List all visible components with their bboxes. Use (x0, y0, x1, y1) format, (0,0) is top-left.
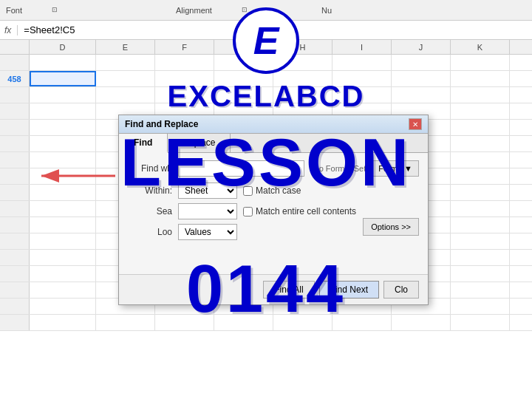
table-row: 458 (0, 71, 532, 87)
dialog-body: Find wh No Format Set Format▼ Within: Sh… (119, 153, 428, 252)
cell-g[interactable] (214, 55, 273, 70)
col-h-header: H (273, 40, 332, 54)
cell-e[interactable] (96, 55, 155, 70)
within-label: Within: (128, 185, 172, 196)
cell-d-selected[interactable] (30, 71, 96, 86)
fx-icon: fx (4, 25, 18, 35)
row-num-cell (0, 55, 30, 70)
row-num-cell (0, 87, 30, 103)
col-k-header: K (451, 40, 510, 54)
find-what-label: Find wh (128, 163, 172, 174)
cell-f[interactable] (155, 55, 214, 70)
ribbon-section: Font ⊡ Alignment ⊡ Nu (6, 6, 526, 15)
find-all-button[interactable]: Find All (263, 281, 314, 299)
col-d-header: D (30, 40, 96, 54)
find-what-row: Find wh No Format Set Format▼ (128, 160, 419, 177)
row-num-cell: 458 (0, 71, 30, 86)
cell-d[interactable] (30, 55, 96, 70)
font-expand-icon: ⊡ (52, 6, 58, 15)
find-what-input[interactable] (178, 160, 304, 177)
lookin-select[interactable]: Values (178, 224, 237, 240)
row-num-header (0, 40, 30, 54)
table-row (0, 55, 532, 71)
dialog-tabs: Find Replace (119, 134, 428, 153)
options-button[interactable]: Options >> (363, 218, 419, 236)
find-next-button[interactable]: Find Next (319, 281, 379, 299)
col-f-header: F (155, 40, 214, 54)
match-case-checkbox[interactable] (243, 186, 253, 196)
tab-replace[interactable]: Replace (168, 134, 231, 152)
alignment-label: Alignment (176, 6, 212, 15)
cell-h[interactable] (273, 55, 332, 70)
dialog-footer: Find All Find Next Clo (119, 274, 428, 304)
lookin-label: Loo (128, 227, 172, 237)
tab-find[interactable]: Find (119, 134, 168, 153)
table-row (0, 87, 532, 103)
table-row (0, 315, 532, 331)
ribbon-bar: Font ⊡ Alignment ⊡ Nu (0, 0, 532, 21)
search-label: Sea (128, 206, 172, 216)
cell-i[interactable] (332, 55, 392, 70)
cell-i[interactable] (332, 71, 392, 86)
find-replace-dialog: Find and Replace ✕ Find Replace Find wh … (118, 115, 429, 305)
search-row: Sea Match entire cell contents (128, 203, 419, 219)
close-dialog-button[interactable]: Clo (383, 281, 419, 299)
options-row: Options >> (119, 252, 428, 274)
cell-k[interactable] (451, 71, 510, 86)
search-select[interactable] (178, 203, 237, 219)
dialog-title-bar: Find and Replace ✕ (119, 115, 428, 134)
col-j-header: J (392, 40, 451, 54)
alignment-expand-icon: ⊡ (242, 6, 248, 15)
dialog-title: Find and Replace (125, 119, 198, 129)
formula-value: =Sheet2!C5 (24, 24, 75, 35)
col-g-header: G (214, 40, 273, 54)
match-cell-text: Match entire cell contents (256, 206, 356, 216)
font-label: Font (6, 6, 22, 15)
col-i-header: I (332, 40, 392, 54)
within-row: Within: Sheet Match case (128, 183, 419, 199)
column-headers: D E F G H I J K (0, 40, 532, 55)
format-button[interactable]: Format▼ (372, 160, 419, 177)
cell-f[interactable] (155, 71, 214, 86)
match-cell-checkbox[interactable] (243, 207, 253, 216)
match-case-label: Match case (243, 185, 301, 196)
cell-j[interactable] (392, 55, 451, 70)
cell-h[interactable] (273, 71, 332, 86)
cell-g[interactable] (214, 71, 273, 86)
cell-j[interactable] (392, 71, 451, 86)
match-case-text: Match case (256, 185, 301, 196)
cell-k[interactable] (451, 55, 510, 70)
cell-e[interactable] (96, 71, 155, 86)
dialog-close-button[interactable]: ✕ (409, 118, 422, 130)
match-cell-label: Match entire cell contents (243, 206, 356, 216)
num-label: Nu (321, 6, 332, 15)
format-note: No Format Set (313, 164, 366, 173)
within-select[interactable]: Sheet (178, 183, 237, 199)
col-e-header: E (96, 40, 155, 54)
formula-bar: fx =Sheet2!C5 (0, 21, 532, 40)
